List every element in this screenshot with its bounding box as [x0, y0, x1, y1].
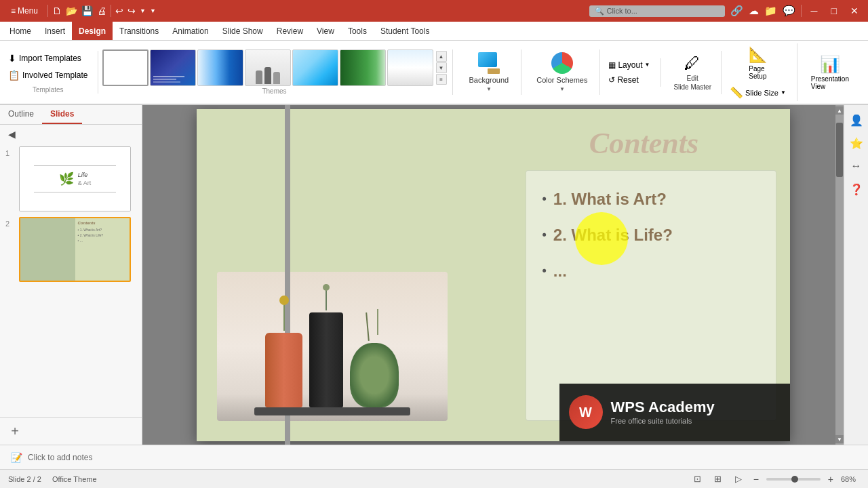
- edit-slide-master-button[interactable]: 🖊 EditSlide Master: [669, 51, 715, 94]
- wps-subtitle: Free office suite tutorials: [611, 417, 715, 425]
- page-setup-button[interactable]: 📐 PageSetup: [724, 43, 791, 83]
- slide-2-number: 2: [5, 220, 15, 228]
- gallery-controls: ▲ ▼ ≡: [436, 51, 447, 85]
- theme-info: Office Theme: [52, 475, 97, 483]
- theme-window[interactable]: [292, 49, 338, 86]
- outline-tab[interactable]: Outline: [0, 105, 42, 124]
- slide-1-thumb[interactable]: 🌿 Life & Art: [19, 146, 131, 211]
- tab-home[interactable]: Home: [3, 22, 38, 40]
- import-templates-button[interactable]: ⬇ Import Templates: [4, 51, 92, 66]
- minimize-btn[interactable]: ─: [807, 5, 822, 16]
- status-right: ⊡ ⊞ ▷ − + 68%: [690, 472, 860, 487]
- divider: [47, 5, 48, 17]
- gallery-up-btn[interactable]: ▲: [436, 51, 447, 62]
- slides-tab[interactable]: Slides: [42, 105, 82, 124]
- layout-section: ▦ Layout ▼ ↺ Reset: [603, 58, 661, 87]
- zoom-in-btn[interactable]: +: [826, 474, 835, 485]
- theme-blue-stripes[interactable]: [197, 49, 243, 86]
- add-slide-area: +: [0, 417, 142, 445]
- setup-section: 📐 PageSetup 📏 Slide Size ▼: [724, 43, 797, 101]
- open-file-icon[interactable]: 📂: [66, 5, 77, 16]
- print-icon[interactable]: 🖨: [97, 5, 106, 16]
- zoom-out-btn[interactable]: −: [751, 474, 761, 485]
- reset-label: Reset: [617, 75, 638, 85]
- slide-scrollbar[interactable]: ▲ ▼: [835, 105, 844, 445]
- tab-slideshow[interactable]: Slide Show: [216, 22, 270, 40]
- folder-icon[interactable]: 📁: [764, 5, 777, 17]
- layout-icon: ▦: [608, 60, 616, 70]
- color-schemes-button[interactable]: Color Schemes ▼: [531, 49, 593, 95]
- right-panel-btn-4[interactable]: ❓: [847, 180, 866, 199]
- slide-info: Slide 2 / 2: [8, 475, 41, 483]
- zoom-slider[interactable]: [766, 478, 821, 481]
- right-panel-btn-1[interactable]: 👤: [847, 110, 866, 129]
- tab-view[interactable]: View: [310, 22, 341, 40]
- comment-icon[interactable]: 💬: [783, 5, 795, 17]
- panel-back-btn[interactable]: ◀: [4, 127, 20, 141]
- slide-item-2[interactable]: 2 Contents • 1. What is Art? • 2. What i…: [5, 217, 136, 282]
- main-area: Outline Slides ◀ 1 🌿 Life: [0, 105, 868, 445]
- right-panel-btn-2[interactable]: ⭐: [847, 134, 866, 152]
- search-bar[interactable]: 🔍 Click to...: [589, 5, 725, 17]
- layout-arrow: ▼: [644, 62, 650, 68]
- tab-design[interactable]: Design: [72, 22, 113, 40]
- scroll-down-btn[interactable]: ▼: [835, 435, 844, 443]
- slide-size-button[interactable]: 📏 Slide Size ▼: [724, 84, 791, 101]
- content-text-3: ...: [553, 262, 567, 281]
- slide-sorter-btn[interactable]: ⊞: [711, 472, 726, 487]
- themes-label: Themes: [262, 87, 286, 95]
- presentation-view-button[interactable]: 📊 PresentationView: [806, 52, 854, 93]
- undo-dropdown-icon[interactable]: ▼: [140, 7, 146, 14]
- slide-size-arrow: ▼: [781, 89, 786, 96]
- right-panel-btn-3[interactable]: ↔: [847, 157, 866, 176]
- panel-tabs: Outline Slides: [0, 105, 142, 125]
- gallery-down-btn[interactable]: ▼: [436, 62, 447, 73]
- reading-view-btn[interactable]: ▷: [731, 472, 746, 487]
- presentation-section: 📊 PresentationView: [800, 52, 860, 93]
- redo-icon[interactable]: ↪: [127, 5, 136, 16]
- theme-green[interactable]: [340, 49, 386, 86]
- share-icon[interactable]: 🔗: [730, 5, 743, 17]
- gallery-more-btn[interactable]: ≡: [436, 74, 447, 85]
- background-button[interactable]: Background ▼: [464, 49, 515, 95]
- menu-label: Menu: [18, 6, 38, 16]
- reset-icon: ↺: [608, 75, 615, 85]
- bullet-2: •: [542, 228, 547, 242]
- scroll-up-btn[interactable]: ▲: [835, 106, 844, 115]
- redo-dropdown-icon[interactable]: ▼: [150, 7, 156, 14]
- add-slide-button[interactable]: +: [5, 422, 24, 441]
- slide-title[interactable]: Contents: [519, 126, 770, 161]
- reset-button[interactable]: ↺ Reset: [603, 73, 655, 87]
- slide-2-thumb[interactable]: Contents • 1. What is Art? • 2. What is …: [19, 217, 131, 282]
- content-text-1: 1. What is Art?: [553, 190, 667, 209]
- theme-lines[interactable]: [150, 49, 196, 86]
- tab-animation[interactable]: Animation: [165, 22, 215, 40]
- tab-review[interactable]: Review: [270, 22, 310, 40]
- undo-icon[interactable]: ↩: [115, 5, 123, 16]
- theme-blank[interactable]: [102, 49, 149, 86]
- theme-people[interactable]: [245, 49, 291, 86]
- slide-panel: Outline Slides ◀ 1 🌿 Life: [0, 105, 142, 445]
- normal-view-btn[interactable]: ⊡: [690, 472, 705, 487]
- wps-logo: W: [569, 395, 603, 429]
- slide-size-icon: 📏: [730, 86, 743, 99]
- maximize-btn[interactable]: □: [827, 5, 841, 16]
- notes-placeholder[interactable]: Click to add notes: [28, 453, 92, 462]
- theme-snow[interactable]: [387, 49, 433, 86]
- cloud-icon[interactable]: ☁: [749, 5, 759, 17]
- tab-insert[interactable]: Insert: [38, 22, 72, 40]
- menu-button[interactable]: ≡ Menu: [5, 5, 43, 17]
- tab-tools[interactable]: Tools: [341, 22, 374, 40]
- slide-item-1[interactable]: 1 🌿 Life & Art: [5, 146, 136, 211]
- slide-image-area: [210, 136, 454, 421]
- zoom-level: 68%: [841, 475, 860, 483]
- involved-template-button[interactable]: 📋 Involved Template: [4, 68, 92, 83]
- close-btn[interactable]: ✕: [846, 5, 863, 16]
- scroll-thumb[interactable]: [836, 123, 843, 177]
- new-file-icon[interactable]: 🗋: [52, 5, 62, 16]
- layout-button[interactable]: ▦ Layout ▼: [603, 58, 655, 72]
- tab-student-tools[interactable]: Student Tools: [374, 22, 437, 40]
- zoom-thumb[interactable]: [791, 476, 798, 483]
- tab-transitions[interactable]: Transitions: [113, 22, 165, 40]
- save-icon[interactable]: 💾: [81, 5, 93, 16]
